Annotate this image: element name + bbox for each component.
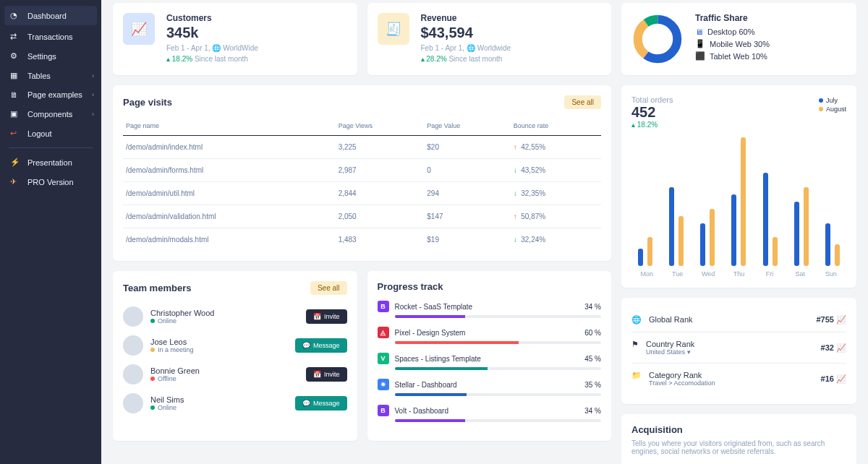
message-button[interactable]: 💬Message bbox=[295, 396, 347, 411]
progress-track-card: Progress track BRocket - SaaS Template 3… bbox=[367, 271, 612, 441]
sidebar-item-label: Settings bbox=[27, 52, 56, 61]
rank-row[interactable]: 🌐Global Rank #755 📈 bbox=[631, 308, 846, 332]
page-visits-card: Page visits See all Page namePage ViewsP… bbox=[113, 85, 611, 261]
table-row[interactable]: /demo/admin/util.html2,844294↓ 32,35% bbox=[123, 182, 601, 205]
project-icon: B bbox=[378, 405, 389, 416]
team-member-row: Christopher Wood Online 📅Invite bbox=[123, 302, 347, 331]
rank-row[interactable]: 📁Category RankTravel > Accomodation #16 … bbox=[631, 363, 846, 394]
device-icon: 🖥 bbox=[695, 27, 703, 36]
message-icon: 💬 bbox=[302, 400, 310, 407]
message-button[interactable]: 💬Message bbox=[295, 338, 347, 353]
table-row[interactable]: /demo/admin/forms.html2,9870↓ 43,52% bbox=[123, 159, 601, 182]
acquisition-card: Acquisition Tells you where your visitor… bbox=[621, 414, 856, 464]
arrow-down-icon: ↓ bbox=[514, 236, 517, 244]
settings-icon: ⚙ bbox=[10, 51, 20, 61]
team-member-row: Neil Sims Online 💬Message bbox=[123, 389, 347, 418]
progress-item: ◬Pixel - Design System 60 % bbox=[378, 327, 602, 344]
revenue-value: $43,594 bbox=[421, 25, 511, 41]
table-row[interactable]: /demo/admin/index.html3,225$20↑ 42,55% bbox=[123, 136, 601, 159]
member-name: Jose Leos bbox=[150, 338, 288, 346]
table-row[interactable]: /demo/admin/modals.html1,483$19↓ 32,24% bbox=[123, 228, 601, 252]
status-dot bbox=[150, 319, 155, 323]
rank-row[interactable]: ⚑Country RankUnited States ▾ #32 📈 bbox=[631, 332, 846, 363]
avatar bbox=[123, 393, 143, 413]
project-icon: ◬ bbox=[378, 327, 389, 338]
sidebar-item-dashboard[interactable]: ◔Dashboard bbox=[4, 6, 97, 25]
progress-bar bbox=[395, 393, 602, 396]
orders-bar-chart bbox=[631, 129, 846, 266]
customers-card: 📈 Customers 345k Feb 1 - Apr 1, 🌐 WorldW… bbox=[113, 3, 357, 75]
project-icon: ✷ bbox=[378, 379, 389, 390]
invite-button[interactable]: 📅Invite bbox=[306, 309, 347, 324]
device-icon: ⬛ bbox=[695, 51, 705, 61]
project-icon: B bbox=[378, 301, 389, 312]
revenue-card: 🧾 Revenue $43,594 Feb 1 - Apr 1, 🌐 World… bbox=[367, 3, 612, 75]
chart-bar-group bbox=[696, 137, 720, 266]
traffic-legend-item: 📱Mobile Web 30% bbox=[695, 39, 770, 48]
traffic-legend-item: 🖥Desktop 60% bbox=[695, 27, 770, 36]
rank-icon: 📁 bbox=[631, 371, 642, 380]
total-orders-card: Total orders 452 ▴ 18.2% JulyAugust MonT… bbox=[621, 85, 856, 288]
member-name: Bonnie Green bbox=[150, 366, 299, 375]
avatar bbox=[123, 335, 143, 356]
status-dot bbox=[150, 348, 155, 352]
see-all-button[interactable]: See all bbox=[310, 281, 347, 295]
sidebar: ◔Dashboard⇄Transactions⚙Settings▦Tables›… bbox=[0, 0, 101, 464]
chart-bar-group bbox=[664, 137, 688, 266]
sidebar-divider bbox=[9, 147, 93, 148]
sidebar-item-pro-version[interactable]: ✈PRO Version bbox=[0, 172, 101, 192]
avatar bbox=[123, 364, 143, 384]
chart-bar-group bbox=[821, 137, 845, 266]
message-icon: 💬 bbox=[302, 342, 310, 349]
see-all-button[interactable]: See all bbox=[564, 95, 601, 109]
logout-icon: ↩ bbox=[10, 129, 20, 138]
status-dot bbox=[150, 377, 155, 381]
chart-icon: 📈 bbox=[836, 374, 846, 383]
team-members-card: Team members See all Christopher Wood On… bbox=[113, 271, 357, 441]
sidebar-item-label: Components bbox=[27, 110, 72, 119]
sidebar-item-settings[interactable]: ⚙Settings bbox=[0, 46, 101, 66]
sidebar-item-tables[interactable]: ▦Tables› bbox=[0, 66, 101, 85]
invite-button[interactable]: 📅Invite bbox=[306, 367, 347, 382]
rank-card: 🌐Global Rank #755 📈 ⚑Country RankUnited … bbox=[621, 298, 856, 404]
team-member-row: Bonnie Green Offline 📅Invite bbox=[123, 360, 347, 389]
sidebar-item-logout[interactable]: ↩Logout bbox=[0, 124, 101, 143]
device-icon: 📱 bbox=[695, 39, 705, 48]
invite-icon: 📅 bbox=[313, 371, 321, 378]
sidebar-item-label: Tables bbox=[27, 72, 51, 80]
sidebar-item-label: Page examples bbox=[27, 90, 82, 99]
table-row[interactable]: /demo/admin/validation.html2,050$147↑ 50… bbox=[123, 205, 601, 228]
chevron-right-icon: › bbox=[92, 91, 94, 98]
arrow-down-icon: ↓ bbox=[514, 166, 517, 174]
team-member-row: Jose Leos In a meeting 💬Message bbox=[123, 331, 347, 360]
tables-icon: ▦ bbox=[10, 71, 20, 80]
sidebar-item-transactions[interactable]: ⇄Transactions bbox=[0, 27, 101, 46]
sidebar-item-page-examples[interactable]: 🗎Page examples› bbox=[0, 85, 101, 104]
progress-item: ✷Stellar - Dashboard 35 % bbox=[378, 379, 602, 396]
rank-icon: 🌐 bbox=[631, 315, 642, 325]
invite-icon: 📅 bbox=[313, 313, 321, 320]
sidebar-item-components[interactable]: ▣Components› bbox=[0, 104, 101, 124]
chevron-right-icon: › bbox=[92, 72, 94, 80]
main-content: 📈 Customers 345k Feb 1 - Apr 1, 🌐 WorldW… bbox=[101, 0, 868, 464]
customers-value: 345k bbox=[166, 25, 258, 41]
chart-icon: 📈 bbox=[836, 343, 846, 352]
arrow-up-icon: ↑ bbox=[514, 212, 517, 220]
rank-icon: ⚑ bbox=[631, 340, 639, 349]
traffic-share-card: Traffic Share 🖥Desktop 60%📱Mobile Web 30… bbox=[621, 3, 856, 75]
project-icon: V bbox=[378, 353, 389, 364]
progress-item: BRocket - SaaS Template 34 % bbox=[378, 301, 602, 318]
components-icon: ▣ bbox=[10, 109, 20, 119]
progress-bar bbox=[395, 341, 602, 344]
chart-bar-group bbox=[758, 137, 782, 266]
sidebar-item-label: Logout bbox=[27, 129, 52, 138]
cash-register-icon: 🧾 bbox=[378, 13, 409, 45]
arrow-up-icon: ↑ bbox=[514, 143, 517, 151]
transactions-icon: ⇄ bbox=[10, 32, 20, 41]
sidebar-item-presentation[interactable]: ⚡Presentation bbox=[0, 152, 101, 172]
table-header: Page name bbox=[123, 116, 336, 136]
progress-item: VSpaces - Listings Template 45 % bbox=[378, 353, 602, 370]
avatar bbox=[123, 306, 143, 327]
member-name: Christopher Wood bbox=[150, 309, 299, 317]
page-visits-title: Page visits bbox=[123, 97, 172, 108]
